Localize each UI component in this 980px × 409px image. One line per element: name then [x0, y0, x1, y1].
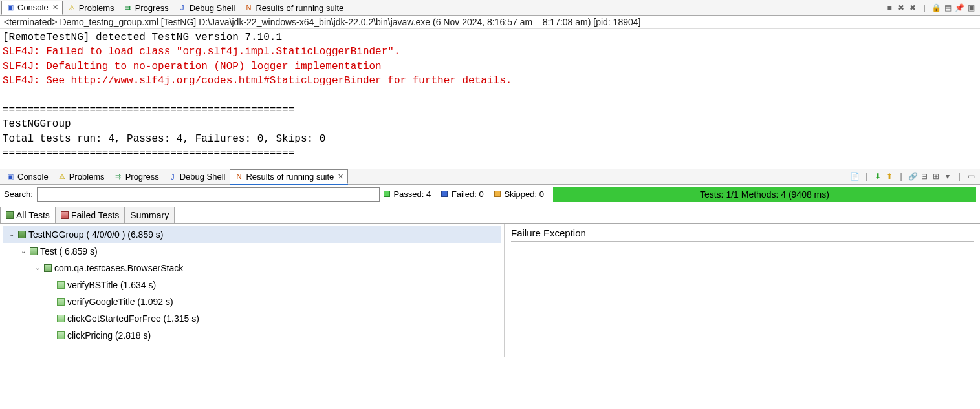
- remove-all-icon[interactable]: ✖: [908, 3, 918, 13]
- maximize-icon[interactable]: ▭: [966, 171, 976, 182]
- failure-header: Failure Exception: [511, 227, 974, 242]
- remove-icon[interactable]: ✖: [896, 3, 906, 13]
- tree-test-row[interactable]: ⌄ Test ( 6.859 s): [3, 243, 501, 260]
- pin-icon[interactable]: 📌: [954, 3, 964, 13]
- open-console-icon[interactable]: ▣: [966, 3, 976, 13]
- console-line: ========================================…: [3, 104, 294, 116]
- result-counters: Passed: 4 Failed: 0 Skipped: 0: [384, 189, 544, 199]
- arrow-up-icon[interactable]: ⬆: [884, 171, 895, 182]
- tree-method-row[interactable]: verifyGoogleTitle (1.092 s): [3, 293, 501, 310]
- failed-count: 0: [479, 189, 484, 199]
- link-icon[interactable]: 🔗: [908, 171, 918, 182]
- close-icon[interactable]: ✕: [338, 173, 343, 181]
- close-icon[interactable]: ✕: [52, 3, 58, 12]
- expander-icon[interactable]: ⌄: [19, 247, 27, 255]
- tree-method-row[interactable]: clickGetStartedForFree (1.315 s): [3, 310, 501, 327]
- warning-icon: ⚠: [67, 3, 76, 12]
- clear-icon[interactable]: ▤: [942, 3, 953, 13]
- tab-console[interactable]: ▣ Console ✕: [1, 1, 63, 15]
- search-label: Search:: [4, 189, 33, 199]
- console-icon: ▣: [6, 3, 15, 12]
- tab-results-label: Results of running suite: [246, 172, 334, 182]
- test-tree: ⌄ TestNGGroup ( 4/0/0/0 ) (6.859 s) ⌄ Te…: [0, 224, 505, 357]
- search-input[interactable]: [37, 187, 380, 202]
- method-icon: [57, 281, 65, 289]
- tab-progress-label: Progress: [135, 3, 169, 13]
- tab-summary[interactable]: Summary: [124, 207, 175, 223]
- passed-counter: Passed: 4: [384, 189, 431, 199]
- sep: |: [919, 3, 930, 13]
- tab-problems-label: Problems: [79, 3, 114, 13]
- failed-icon: [61, 211, 69, 219]
- tab-debug-shell[interactable]: J Debug Shell: [173, 1, 240, 15]
- console-line: Total tests run: 4, Passes: 4, Failures:…: [3, 133, 325, 145]
- lower-tabbar: ▣ Console ⚠ Problems ⇉ Progress J Debug …: [0, 169, 980, 185]
- tab-all-label: All Tests: [16, 210, 50, 220]
- upper-toolbar: ■ ✖ ✖ | 🔒 ▤ 📌 ▣: [884, 3, 979, 13]
- failed-label: Failed:: [452, 189, 477, 199]
- scroll-lock-icon[interactable]: 🔒: [931, 3, 941, 13]
- console-output: [RemoteTestNG] detected TestNG version 7…: [0, 29, 980, 169]
- tab-all-tests[interactable]: All Tests: [0, 207, 56, 223]
- menu-dropdown-icon[interactable]: ▾: [942, 171, 953, 182]
- expander-icon[interactable]: ⌄: [34, 264, 41, 271]
- console-line-error: SLF4J: See http://www.slf4j.org/codes.ht…: [3, 75, 512, 87]
- passed-label: Passed:: [393, 189, 424, 199]
- tab-progress-2[interactable]: ⇉ Progress: [109, 169, 164, 184]
- sep: |: [896, 171, 906, 182]
- upper-tabbar: ▣ Console ✕ ⚠ Problems ⇉ Progress J Debu…: [0, 0, 980, 16]
- tree-test-label: Test ( 6.859 s): [40, 246, 98, 257]
- progress-icon: ⇉: [114, 173, 123, 182]
- skipped-count: 0: [539, 189, 544, 199]
- lower-toolbar: 📄 | ⬇ ⬆ | 🔗 ⊟ ⊞ ▾ | ▭: [849, 171, 979, 182]
- tab-progress[interactable]: ⇉ Progress: [119, 1, 173, 15]
- progress-bar: Tests: 1/1 Methods: 4 (9408 ms): [553, 187, 976, 202]
- results-inner-tabs: All Tests Failed Tests Summary: [0, 207, 980, 224]
- tab-debug-shell-2[interactable]: J Debug Shell: [164, 169, 230, 184]
- tab-console-label: Console: [17, 3, 49, 12]
- results-body: ⌄ TestNGGroup ( 4/0/0/0 ) (6.859 s) ⌄ Te…: [0, 224, 980, 357]
- tree-suite-label: TestNGGroup ( 4/0/0/0 ) (6.859 s): [28, 229, 164, 240]
- tab-results[interactable]: N Results of running suite: [239, 1, 348, 15]
- tab-problems-2[interactable]: ⚠ Problems: [53, 169, 109, 184]
- refresh-icon[interactable]: 📄: [849, 171, 860, 182]
- tab-debug-label: Debug Shell: [180, 172, 226, 182]
- console-line: ========================================…: [3, 147, 294, 159]
- console-view: ▣ Console ✕ ⚠ Problems ⇉ Progress J Debu…: [0, 0, 980, 169]
- arrow-down-icon[interactable]: ⬇: [873, 171, 883, 182]
- tree-class-row[interactable]: ⌄ com.qa.testcases.BrowserStack: [3, 260, 501, 277]
- debug-icon: J: [178, 3, 187, 12]
- expand-icon[interactable]: ⊞: [931, 171, 941, 182]
- suite-icon: [6, 211, 14, 219]
- tab-summary-label: Summary: [130, 210, 169, 220]
- results-icon: N: [244, 3, 253, 12]
- tab-progress-label: Progress: [125, 172, 159, 182]
- tree-method-row[interactable]: verifyBSTitle (1.634 s): [3, 277, 501, 293]
- tab-problems[interactable]: ⚠ Problems: [63, 1, 119, 15]
- tab-failed-tests[interactable]: Failed Tests: [55, 207, 125, 223]
- expander-icon[interactable]: ⌄: [8, 231, 16, 238]
- collapse-icon[interactable]: ⊟: [919, 171, 930, 182]
- warning-icon: ⚠: [58, 173, 67, 182]
- console-icon: ▣: [6, 173, 15, 182]
- console-line: TestNGGroup: [3, 118, 71, 130]
- tree-method-row[interactable]: clickPricing (2.818 s): [3, 327, 501, 344]
- failed-counter: Failed: 0: [441, 189, 484, 199]
- tab-problems-label: Problems: [69, 172, 105, 182]
- method-icon: [57, 315, 65, 322]
- progress-icon: ⇉: [124, 3, 133, 12]
- tab-console-label: Console: [17, 172, 49, 182]
- tree-method-label: clickPricing (2.818 s): [67, 330, 151, 341]
- tab-results-2[interactable]: N Results of running suite ✕: [230, 169, 348, 184]
- method-icon: [57, 331, 65, 339]
- sep: |: [861, 171, 871, 182]
- terminate-icon[interactable]: ■: [884, 3, 895, 13]
- progress-bar-text: Tests: 1/1 Methods: 4 (9408 ms): [700, 189, 829, 200]
- failure-pane: Failure Exception: [505, 224, 980, 357]
- console-line-error: SLF4J: Failed to load class "org.slf4j.i…: [3, 46, 400, 58]
- tab-results-label: Results of running suite: [256, 3, 343, 13]
- tree-suite-row[interactable]: ⌄ TestNGGroup ( 4/0/0/0 ) (6.859 s): [3, 226, 501, 243]
- tab-console-2[interactable]: ▣ Console: [1, 169, 53, 184]
- results-view: ▣ Console ⚠ Problems ⇉ Progress J Debug …: [0, 169, 980, 357]
- tree-method-label: verifyGoogleTitle (1.092 s): [67, 297, 173, 307]
